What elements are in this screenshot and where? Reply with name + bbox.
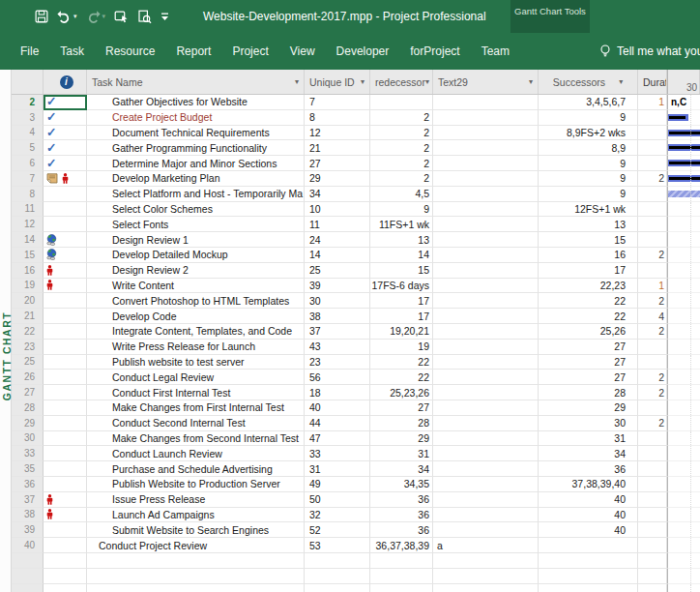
filter-arrow-icon[interactable]: ▾ <box>529 77 533 86</box>
row-number-cell[interactable]: 25 <box>12 355 44 370</box>
undo-dropdown-arrow[interactable]: ▾ <box>73 13 77 20</box>
duration-cell[interactable] <box>638 140 667 156</box>
unique-id-cell[interactable]: 43 <box>305 340 370 355</box>
successors-cell[interactable]: 36 <box>539 461 638 477</box>
row-number-cell[interactable]: 7 <box>12 171 44 187</box>
ribbon-tab-team[interactable]: Team <box>471 44 520 58</box>
indicators-cell[interactable]: ✓ <box>44 126 87 141</box>
select-all-corner[interactable] <box>12 70 44 94</box>
successors-cell[interactable]: 27 <box>539 340 638 355</box>
task-name-cell[interactable] <box>87 553 305 569</box>
row-number-cell[interactable]: 33 <box>12 446 44 461</box>
indicators-cell[interactable] <box>44 309 87 324</box>
successors-cell[interactable]: 3,4,5,6,7 <box>539 95 638 110</box>
indicators-cell[interactable] <box>44 431 87 447</box>
task-name-cell[interactable]: Purchase and Schedule Advertising <box>87 461 305 477</box>
row-number-cell[interactable] <box>12 553 44 569</box>
task-name-cell[interactable]: Make Changes from First Internal Test <box>87 400 305 416</box>
gantt-cell[interactable] <box>667 416 700 431</box>
row-number-cell[interactable]: 37 <box>12 492 44 508</box>
indicators-cell[interactable] <box>44 461 87 477</box>
task-name-cell[interactable]: Conduct Launch Review <box>87 446 305 461</box>
unique-id-cell[interactable]: 40 <box>305 400 370 416</box>
indicators-cell[interactable] <box>44 538 87 553</box>
indicators-cell[interactable] <box>44 569 87 584</box>
predecessors-cell[interactable]: 9 <box>370 202 433 218</box>
successors-cell[interactable]: 22 <box>539 293 638 309</box>
successors-cell[interactable]: 40 <box>539 492 638 508</box>
gantt-timescale-header[interactable]: N 30 <box>667 70 700 94</box>
row-number-cell[interactable]: 28 <box>12 400 44 416</box>
ribbon-tab-forproject[interactable]: forProject <box>399 44 470 58</box>
successors-cell[interactable] <box>539 584 638 592</box>
duration-cell[interactable] <box>638 584 667 592</box>
task-name-cell[interactable]: Write Press Release for Launch <box>87 340 305 355</box>
successors-cell[interactable]: 9 <box>539 187 638 202</box>
successors-cell[interactable]: 15 <box>539 232 638 248</box>
row-number-cell[interactable]: 3 <box>12 110 44 126</box>
duration-cell[interactable] <box>638 477 667 492</box>
gantt-cell[interactable] <box>667 248 700 263</box>
gantt-cell[interactable] <box>667 340 700 355</box>
row-number-cell[interactable]: 23 <box>12 340 44 355</box>
predecessors-cell[interactable]: 28 <box>370 416 433 431</box>
row-number-cell[interactable]: 20 <box>12 293 44 309</box>
gantt-cell[interactable] <box>667 569 700 584</box>
successors-cell[interactable]: 37,38,39,40 <box>539 477 638 492</box>
save-button[interactable] <box>35 10 48 23</box>
predecessors-cell[interactable]: 36 <box>370 508 433 523</box>
customize-qat-button[interactable] <box>160 12 169 21</box>
gantt-cell[interactable] <box>667 171 700 187</box>
unique-id-cell[interactable] <box>305 553 370 569</box>
unique-id-cell[interactable]: 56 <box>305 370 370 385</box>
text29-cell[interactable] <box>433 232 539 248</box>
gantt-cell[interactable] <box>667 446 700 461</box>
successors-cell[interactable] <box>539 569 638 584</box>
predecessors-cell[interactable]: 17 <box>370 309 433 324</box>
predecessors-cell[interactable]: 2 <box>370 140 433 156</box>
text29-cell[interactable] <box>433 279 539 294</box>
row-number-cell[interactable]: 27 <box>12 385 44 400</box>
predecessors-cell[interactable]: 2 <box>370 126 433 141</box>
text29-column-header[interactable]: Text29 ▾ <box>433 70 539 94</box>
task-name-cell[interactable] <box>87 569 305 584</box>
duration-cell[interactable] <box>638 446 667 461</box>
redo-button[interactable]: ▾ <box>86 10 106 24</box>
gantt-cell[interactable] <box>667 553 700 569</box>
indicators-cell[interactable] <box>44 385 87 400</box>
unique-id-cell[interactable] <box>305 584 370 592</box>
unique-id-cell[interactable]: 25 <box>305 263 370 279</box>
successors-cell[interactable]: 16 <box>539 248 638 263</box>
row-number-cell[interactable] <box>12 584 44 592</box>
unique-id-cell[interactable]: 31 <box>305 461 370 477</box>
successors-cell[interactable]: 31 <box>539 431 638 447</box>
indicators-cell[interactable] <box>44 202 87 218</box>
successors-cell[interactable]: 12FS+1 wk <box>539 202 638 218</box>
redo-dropdown-arrow[interactable]: ▾ <box>102 13 106 20</box>
indicators-cell[interactable]: ✓ <box>44 110 87 126</box>
predecessors-cell[interactable]: 14 <box>370 248 433 263</box>
task-name-cell[interactable]: Select Color Schemes <box>87 202 305 218</box>
duration-cell[interactable] <box>638 553 667 569</box>
gantt-cell[interactable] <box>667 263 700 279</box>
successors-cell[interactable]: 9 <box>539 110 638 126</box>
gantt-cell[interactable] <box>667 217 700 232</box>
indicators-cell[interactable] <box>44 293 87 309</box>
unique-id-cell[interactable]: 23 <box>305 355 370 370</box>
duration-cell[interactable]: 2 <box>638 370 667 385</box>
indicators-cell[interactable] <box>44 232 87 248</box>
indicators-cell[interactable] <box>44 355 87 370</box>
duration-cell[interactable] <box>638 126 667 141</box>
ribbon-tab-task[interactable]: Task <box>49 44 95 58</box>
row-number-cell[interactable]: 2 <box>12 95 44 110</box>
gantt-cell[interactable] <box>667 232 700 248</box>
text29-cell[interactable] <box>433 400 539 416</box>
predecessors-cell[interactable]: 34,35 <box>370 477 433 492</box>
text29-cell[interactable] <box>433 263 539 279</box>
info-column-header[interactable]: i <box>44 70 87 94</box>
task-name-cell[interactable]: Launch Ad Campaigns <box>87 508 305 523</box>
gantt-cell[interactable] <box>667 355 700 370</box>
unique-id-cell[interactable]: 10 <box>305 202 370 218</box>
duration-cell[interactable] <box>638 522 667 538</box>
text29-cell[interactable] <box>433 95 539 110</box>
